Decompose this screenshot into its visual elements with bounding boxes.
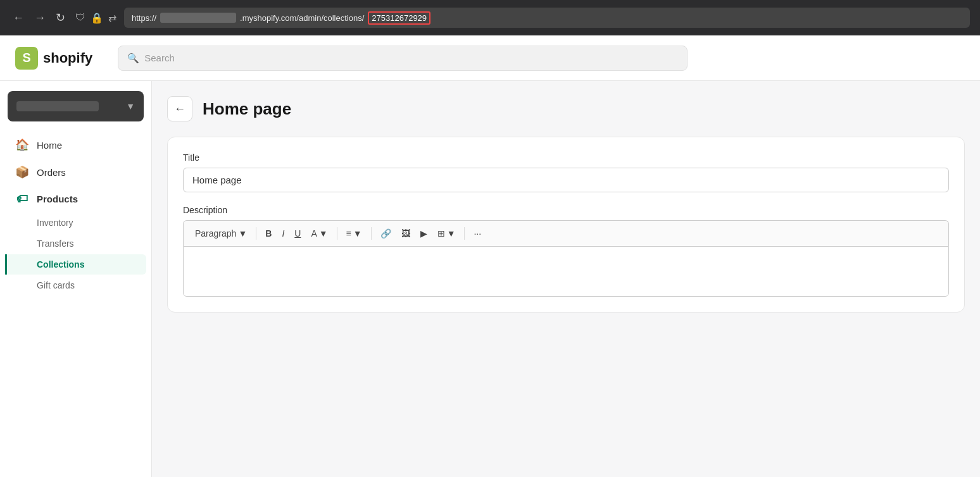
toolbar-divider-2	[337, 227, 337, 240]
sidebar-item-inventory-label: Inventory	[37, 218, 73, 228]
url-collection-id: 275312672929	[368, 11, 430, 25]
sidebar: ▼ 🏠 Home 📦 Orders 🏷 Products Inventory T…	[0, 81, 152, 477]
sidebar-item-products-label: Products	[37, 194, 78, 204]
align-icon: ≡	[346, 228, 351, 238]
browser-nav-buttons: ← → ↻	[10, 9, 68, 26]
align-chevron-icon: ▼	[353, 228, 362, 238]
back-arrow-icon: ←	[174, 102, 185, 116]
refresh-button[interactable]: ↻	[53, 9, 68, 26]
page-header: ← Home page	[167, 96, 965, 121]
description-field-label: Description	[183, 205, 949, 215]
paragraph-chevron-icon: ▼	[238, 228, 247, 238]
paragraph-dropdown[interactable]: Paragraph ▼	[191, 226, 251, 241]
url-domain: .myshopify.com/admin/collections/	[240, 13, 364, 23]
toolbar-divider-4	[464, 227, 465, 240]
font-color-label: A	[311, 228, 317, 238]
search-bar-wrapper: 🔍 Search	[118, 46, 688, 71]
content-area: ← Home page Title Description Paragraph …	[152, 81, 980, 477]
main-layout: ▼ 🏠 Home 📦 Orders 🏷 Products Inventory T…	[0, 81, 980, 477]
font-color-button[interactable]: A ▼	[307, 226, 331, 241]
table-button[interactable]: ⊞ ▼	[434, 226, 460, 241]
chevron-down-icon: ▼	[126, 101, 135, 111]
url-masked-domain	[160, 13, 236, 23]
sidebar-item-inventory[interactable]: Inventory	[5, 213, 146, 233]
sidebar-item-collections[interactable]: Collections	[5, 254, 146, 275]
sidebar-item-home[interactable]: 🏠 Home	[5, 132, 146, 158]
link-button[interactable]: 🔗	[377, 226, 395, 241]
sidebar-item-collections-label: Collections	[37, 259, 84, 269]
page-title: Home page	[203, 99, 291, 119]
sidebar-item-orders-label: Orders	[37, 167, 66, 178]
back-button[interactable]: ←	[10, 9, 27, 26]
more-options-button[interactable]: ···	[470, 226, 485, 241]
align-button[interactable]: ≡ ▼	[342, 226, 366, 241]
collection-card: Title Description Paragraph ▼ B I U A ▼	[167, 137, 965, 313]
sidebar-item-transfers[interactable]: Transfers	[5, 233, 146, 254]
home-icon: 🏠	[15, 138, 29, 152]
search-placeholder-text: Search	[144, 53, 175, 63]
video-button[interactable]: ▶	[417, 226, 431, 241]
bold-button[interactable]: B	[261, 226, 275, 241]
forward-button[interactable]: →	[32, 9, 48, 26]
orders-icon: 📦	[15, 165, 29, 179]
lock-icon: 🔒	[91, 12, 103, 24]
shopify-logo[interactable]: S shopify	[15, 47, 92, 70]
image-button[interactable]: 🖼	[398, 226, 414, 241]
browser-security-icons: 🛡 🔒 ⇄	[75, 12, 116, 24]
rich-text-toolbar: Paragraph ▼ B I U A ▼ ≡ ▼	[183, 220, 949, 246]
toolbar-divider-1	[256, 227, 256, 240]
page-back-button[interactable]: ←	[167, 96, 192, 121]
font-color-chevron-icon: ▼	[319, 228, 328, 238]
svg-text:S: S	[22, 51, 30, 65]
paragraph-label: Paragraph	[195, 228, 236, 238]
underline-button[interactable]: U	[291, 226, 305, 241]
sidebar-item-transfers-label: Transfers	[37, 238, 74, 249]
connection-icon: ⇄	[108, 12, 116, 24]
url-bar[interactable]: https:// .myshopify.com/admin/collection…	[124, 8, 970, 28]
browser-bar: ← → ↻ 🛡 🔒 ⇄ https:// .myshopify.com/admi…	[0, 0, 980, 35]
shopify-logo-icon: S	[15, 47, 38, 70]
description-editor[interactable]	[183, 246, 949, 297]
url-prefix: https://	[132, 13, 156, 23]
table-chevron-icon: ▼	[447, 228, 456, 238]
sidebar-item-products[interactable]: 🏷 Products	[5, 186, 146, 212]
shopify-header: S shopify 🔍 Search	[0, 35, 980, 81]
sidebar-item-orders[interactable]: 📦 Orders	[5, 159, 146, 185]
description-section: Description Paragraph ▼ B I U A ▼	[183, 205, 949, 297]
title-field-label: Title	[183, 152, 949, 163]
italic-button[interactable]: I	[278, 226, 288, 241]
toolbar-divider-3	[371, 227, 372, 240]
sidebar-item-home-label: Home	[37, 140, 62, 151]
sidebar-item-gift-cards[interactable]: Gift cards	[5, 275, 146, 295]
search-icon: 🔍	[127, 53, 139, 64]
products-icon: 🏷	[15, 192, 29, 206]
search-bar[interactable]: 🔍 Search	[118, 46, 688, 71]
store-selector[interactable]: ▼	[8, 91, 144, 121]
title-input[interactable]	[183, 168, 949, 192]
sidebar-item-gift-cards-label: Gift cards	[37, 280, 75, 290]
store-selector-name	[16, 101, 99, 111]
shield-icon: 🛡	[75, 12, 85, 23]
shopify-wordmark: shopify	[43, 50, 92, 66]
table-icon: ⊞	[437, 228, 445, 238]
